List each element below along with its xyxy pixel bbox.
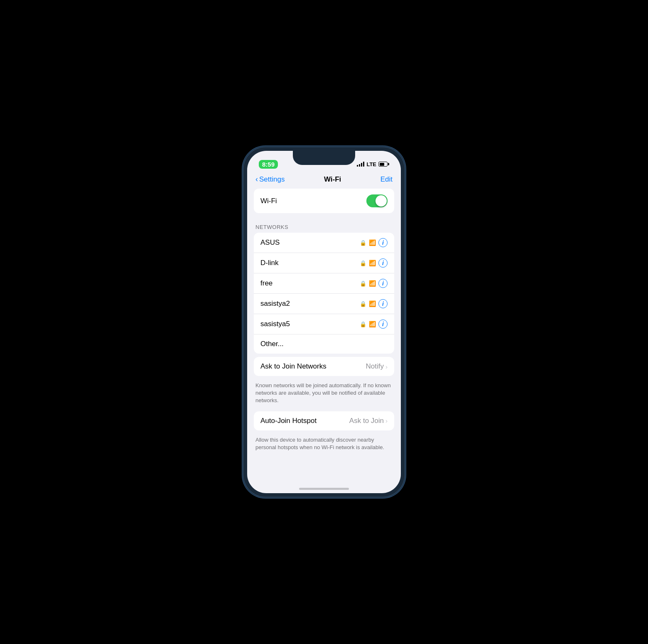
network-name: D-link	[260, 259, 278, 267]
ask-to-join-row[interactable]: Ask to Join Networks Notify ›	[254, 357, 394, 376]
network-name: free	[260, 279, 272, 288]
lock-icon: 🔒	[360, 321, 366, 327]
network-icons: 🔒 📶 i	[360, 320, 388, 329]
ask-to-join-label: Ask to Join Networks	[260, 362, 326, 371]
wifi-signal-icon: 📶	[369, 239, 376, 246]
network-name: sasistya5	[260, 320, 290, 328]
info-button[interactable]: i	[378, 299, 388, 308]
wifi-toggle-row: Wi-Fi	[254, 189, 394, 213]
network-row[interactable]: ASUS 🔒 📶 i	[254, 233, 394, 253]
auto-join-hotspot-row[interactable]: Auto-Join Hotspot Ask to Join ›	[254, 411, 394, 430]
battery-icon	[378, 162, 389, 167]
page-title: Wi-Fi	[324, 175, 341, 184]
network-icons: 🔒 📶 i	[360, 238, 388, 247]
status-right: LTE	[357, 161, 389, 167]
info-button[interactable]: i	[378, 320, 388, 329]
wifi-signal-icon: 📶	[369, 300, 376, 307]
network-icons: 🔒 📶 i	[360, 258, 388, 268]
nav-bar: ‹ Settings Wi-Fi Edit	[247, 172, 401, 189]
ask-to-join-value: Notify ›	[366, 362, 388, 371]
auto-join-hotspot-value: Ask to Join ›	[349, 417, 388, 425]
wifi-toggle-card: Wi-Fi	[254, 189, 394, 213]
lock-icon: 🔒	[360, 240, 366, 246]
back-label: Settings	[259, 175, 285, 184]
networks-card: ASUS 🔒 📶 i D-link 🔒 📶 i	[254, 233, 394, 354]
phone-frame: 8:59 LTE ‹ Se	[243, 147, 405, 497]
ask-to-join-card: Ask to Join Networks Notify ›	[254, 357, 394, 376]
settings-content: Wi-Fi NETWORKS ASUS 🔒 📶 i	[247, 189, 401, 485]
network-name: sasistya2	[260, 300, 290, 308]
network-row[interactable]: D-link 🔒 📶 i	[254, 253, 394, 273]
chevron-right-icon: ›	[385, 417, 388, 424]
network-icons: 🔒 📶 i	[360, 279, 388, 288]
other-label: Other...	[260, 340, 284, 348]
signal-bars-icon	[357, 162, 364, 167]
chevron-right-icon: ›	[385, 363, 388, 370]
network-row[interactable]: sasistya2 🔒 📶 i	[254, 293, 394, 314]
info-button[interactable]: i	[378, 279, 388, 288]
status-time: 8:59	[259, 160, 278, 169]
lock-icon: 🔒	[360, 280, 366, 287]
network-row[interactable]: free 🔒 📶 i	[254, 273, 394, 293]
auto-join-hotspot-label: Auto-Join Hotspot	[260, 417, 317, 425]
wifi-toggle[interactable]	[366, 194, 388, 207]
network-name: ASUS	[260, 238, 280, 247]
home-indicator	[299, 488, 349, 490]
back-button[interactable]: ‹ Settings	[255, 175, 285, 184]
wifi-signal-icon: 📶	[369, 321, 376, 327]
notch	[293, 151, 355, 165]
phone-screen: 8:59 LTE ‹ Se	[247, 151, 401, 493]
other-networks-row[interactable]: Other...	[254, 334, 394, 354]
info-button[interactable]: i	[378, 258, 388, 268]
wifi-signal-icon: 📶	[369, 280, 376, 287]
lock-icon: 🔒	[360, 260, 366, 266]
network-icons: 🔒 📶 i	[360, 299, 388, 308]
auto-join-hotspot-card: Auto-Join Hotspot Ask to Join ›	[254, 411, 394, 430]
wifi-toggle-label: Wi-Fi	[260, 197, 277, 205]
auto-join-hotspot-footer: Allow this device to automatically disco…	[254, 434, 394, 458]
toggle-knob	[376, 195, 387, 206]
edit-button[interactable]: Edit	[380, 175, 393, 184]
ask-to-join-footer: Known networks will be joined automatica…	[254, 379, 394, 411]
auto-join-hotspot-value-text: Ask to Join	[349, 417, 384, 425]
networks-section-header: NETWORKS	[254, 216, 394, 233]
lte-label: LTE	[366, 161, 376, 167]
lock-icon: 🔒	[360, 301, 366, 307]
info-button[interactable]: i	[378, 238, 388, 247]
ask-to-join-value-text: Notify	[366, 362, 384, 371]
network-row[interactable]: sasistya5 🔒 📶 i	[254, 314, 394, 334]
wifi-signal-icon: 📶	[369, 260, 376, 266]
back-chevron-icon: ‹	[255, 175, 258, 184]
